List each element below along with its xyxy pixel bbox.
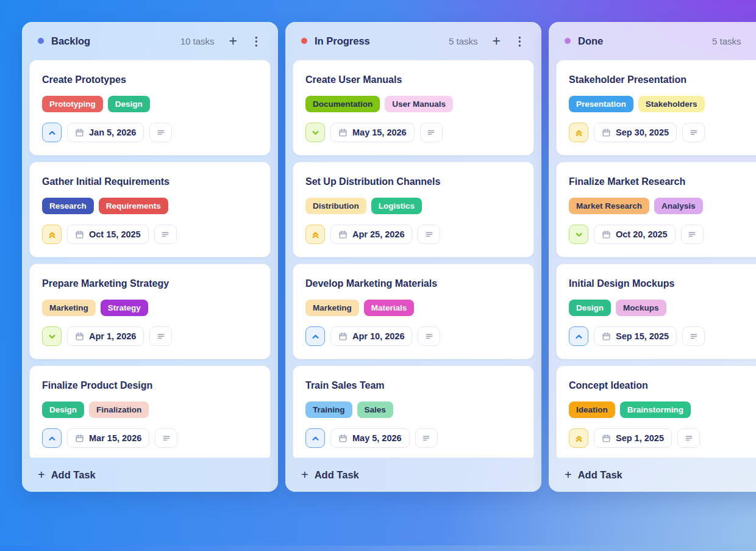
description-button[interactable] [154,225,177,244]
priority-high-button[interactable] [569,428,588,448]
due-date-label: Apr 25, 2026 [352,229,404,239]
priority-medium-button[interactable] [305,428,325,448]
description-lines-icon [687,229,697,239]
priority-low-button[interactable] [305,123,325,142]
task-title: Finalize Product Design [42,379,258,392]
priority-medium-button[interactable] [569,326,588,346]
task-title: Train Sales Team [305,379,521,392]
task-title: Concept Ideation [569,379,756,392]
task-card[interactable]: Finalize Product Design DesignFinalizati… [29,366,271,458]
add-task-button[interactable]: + Add Task [565,468,622,482]
priority-medium-button[interactable] [42,123,62,142]
add-task-label: Add Task [578,469,622,481]
task-card[interactable]: Develop Marketing Materials MarketingMat… [293,264,534,359]
column-status-dot [565,38,571,44]
task-card[interactable]: Prepare Marketing Strategy MarketingStra… [29,264,271,359]
task-card[interactable]: Concept Ideation IdeationBrainstorming S… [556,366,756,458]
due-date-label: Jan 5, 2026 [89,128,136,137]
task-card[interactable]: Create Prototypes PrototypingDesign Jan … [29,60,271,156]
tag-list: Market ResearchAnalysis [569,198,756,214]
card-meta-row: Sep 1, 2025 [569,428,756,448]
due-date-badge[interactable]: May 5, 2026 [330,428,410,448]
description-button[interactable] [677,428,700,448]
task-card[interactable]: Initial Design Mockups DesignMockups Sep… [556,264,756,359]
due-date-badge[interactable]: Oct 15, 2025 [67,225,149,244]
tag-list: DesignMockups [569,300,756,316]
tag: Finalization [89,402,149,418]
due-date-badge[interactable]: Sep 15, 2025 [594,326,677,346]
due-date-badge[interactable]: Apr 25, 2026 [330,225,412,244]
task-card[interactable]: Finalize Market Research Market Research… [556,162,756,257]
description-lines-icon [424,331,434,341]
column-title: Backlog [51,35,90,47]
add-card-button[interactable]: + [490,33,503,49]
task-title: Initial Design Mockups [569,277,756,290]
chevrons-up-icon [574,433,584,444]
task-title: Create User Manuals [305,73,521,87]
description-button[interactable] [149,123,172,142]
due-date-badge[interactable]: Apr 10, 2026 [330,326,412,346]
description-button[interactable] [418,225,440,244]
task-card[interactable]: Set Up Distribution Channels Distributio… [293,162,534,257]
description-button[interactable] [155,428,177,448]
card-meta-row: Oct 20, 2025 [569,225,756,244]
priority-low-button[interactable] [569,225,588,244]
tag: Training [305,402,352,418]
description-button[interactable] [149,326,172,346]
column-header: Done 5 tasks + ⋮ [549,22,756,60]
column-footer: + Add Task [285,458,541,492]
due-date-badge[interactable]: Apr 1, 2026 [67,326,144,346]
calendar-icon [602,230,611,239]
description-button[interactable] [682,123,705,142]
tag: Ideation [569,402,615,418]
task-card[interactable]: Create User Manuals DocumentationUser Ma… [293,60,534,156]
priority-medium-button[interactable] [42,428,62,448]
calendar-icon [602,434,611,443]
card-meta-row: Oct 15, 2025 [42,225,258,244]
add-card-button[interactable]: + [754,33,756,49]
task-card[interactable]: Stakeholder Presentation PresentationSta… [556,60,756,156]
column-menu-button[interactable]: ⋮ [512,34,528,48]
card-meta-row: May 5, 2026 [305,428,521,448]
tag: Marketing [42,300,96,316]
tag: Distribution [305,198,366,214]
add-task-label: Add Task [315,469,359,481]
calendar-icon [75,434,84,443]
add-task-button[interactable]: + Add Task [301,468,359,482]
kanban-board: Backlog 10 tasks + ⋮ Create Prototypes P… [0,0,756,551]
kanban-column-done: Done 5 tasks + ⋮ Stakeholder Presentatio… [549,22,756,492]
column-menu-button[interactable]: ⋮ [248,34,265,48]
tag: Requirements [99,198,168,214]
due-date-label: Sep 30, 2025 [616,128,669,137]
chevrons-up-icon [574,128,584,138]
description-button[interactable] [682,326,705,346]
priority-high-button[interactable] [569,123,588,142]
due-date-badge[interactable]: Sep 30, 2025 [594,123,677,142]
description-button[interactable] [420,123,443,142]
column-task-count: 5 tasks [449,36,478,46]
priority-high-button[interactable] [305,225,325,244]
description-button[interactable] [415,428,438,448]
chevrons-up-icon [310,229,321,240]
description-button[interactable] [418,326,440,346]
due-date-badge[interactable]: Mar 15, 2026 [67,428,149,448]
chevron-up-icon [47,128,57,138]
due-date-badge[interactable]: May 15, 2026 [330,123,415,142]
due-date-badge[interactable]: Oct 20, 2025 [594,225,676,244]
add-task-button[interactable]: + Add Task [38,468,96,482]
priority-low-button[interactable] [42,326,62,346]
tag: Documentation [305,96,380,112]
add-card-button[interactable]: + [227,33,240,49]
column-task-count: 10 tasks [180,36,215,46]
tag-list: ResearchRequirements [42,198,258,214]
description-lines-icon [160,229,170,239]
priority-medium-button[interactable] [305,326,325,346]
description-button[interactable] [681,225,704,244]
priority-high-button[interactable] [42,225,62,244]
task-card[interactable]: Train Sales Team TrainingSales May 5, 20… [293,366,534,458]
due-date-badge[interactable]: Jan 5, 2026 [67,123,144,142]
task-card[interactable]: Gather Initial Requirements ResearchRequ… [29,162,271,257]
task-title: Develop Marketing Materials [305,277,521,290]
bottom-gradient-strip [0,546,756,551]
due-date-badge[interactable]: Sep 1, 2025 [594,428,672,448]
